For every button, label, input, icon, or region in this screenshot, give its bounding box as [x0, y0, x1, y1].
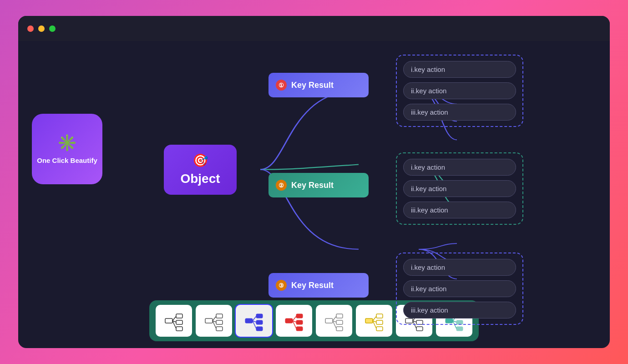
svg-line-11	[213, 316, 216, 321]
svg-rect-7	[205, 318, 213, 323]
svg-rect-1	[176, 314, 182, 318]
toolbar-layout-4-red[interactable]	[276, 305, 312, 337]
action-item[interactable]: i.key action	[403, 61, 516, 78]
kr3-label: Key Result	[291, 281, 334, 290]
action-item[interactable]: iii.key action	[403, 104, 516, 121]
toolbar-layout-6-yellow[interactable]	[356, 305, 392, 337]
logo-text: One Click Beautify	[37, 156, 97, 165]
svg-rect-8	[216, 314, 223, 318]
action-item[interactable]: iii.key action	[403, 302, 516, 318]
action-item[interactable]: ii.key action	[403, 280, 516, 297]
kr3-number: ③	[276, 280, 287, 291]
kr2-label: Key Result	[291, 181, 334, 190]
action-group-3: i.key action ii.key action iii.key actio…	[396, 253, 523, 325]
svg-rect-9	[216, 320, 223, 324]
action-item[interactable]: ii.key action	[403, 82, 516, 99]
svg-rect-17	[256, 327, 263, 331]
content-area: ✳️ One Click Beautify	[18, 41, 610, 348]
svg-rect-22	[296, 314, 303, 318]
svg-rect-28	[325, 318, 333, 323]
svg-line-25	[293, 316, 296, 321]
svg-rect-24	[296, 327, 303, 331]
object-label: Object	[180, 172, 220, 186]
toolbar-layout-5[interactable]	[316, 305, 352, 337]
action-item[interactable]: iii.key action	[403, 202, 516, 218]
svg-rect-31	[336, 327, 343, 331]
svg-rect-30	[336, 320, 343, 324]
svg-rect-16	[256, 320, 263, 324]
svg-rect-37	[376, 320, 383, 324]
minimize-dot[interactable]	[38, 25, 45, 32]
titlebar	[18, 16, 610, 41]
toolbar-layout-3-blue[interactable]	[236, 305, 272, 337]
svg-rect-36	[376, 314, 383, 318]
svg-rect-35	[365, 318, 373, 323]
svg-rect-14	[245, 318, 253, 323]
diagram-area: 🎯 Object ① Key Result ② Key Result ③ Key…	[118, 50, 610, 289]
action-item[interactable]: ii.key action	[403, 180, 516, 197]
svg-line-18	[253, 316, 256, 321]
svg-line-4	[172, 316, 176, 321]
key-result-node-1[interactable]: ① Key Result	[268, 73, 369, 97]
svg-rect-2	[176, 320, 182, 324]
svg-rect-38	[376, 327, 383, 331]
svg-rect-15	[256, 314, 263, 318]
kr2-number: ②	[276, 180, 287, 191]
action-group-1: i.key action ii.key action iii.key actio…	[396, 55, 523, 127]
svg-rect-45	[416, 327, 423, 331]
kr1-label: Key Result	[291, 81, 334, 90]
object-node[interactable]: 🎯 Object	[164, 145, 237, 195]
close-dot[interactable]	[27, 25, 34, 32]
maximize-dot[interactable]	[49, 25, 56, 32]
svg-rect-21	[285, 318, 293, 323]
svg-rect-52	[456, 327, 463, 331]
action-item[interactable]: i.key action	[403, 159, 516, 176]
svg-rect-23	[296, 320, 303, 324]
svg-rect-10	[216, 327, 223, 331]
logo-icon: ✳️	[57, 133, 77, 152]
svg-line-39	[373, 316, 376, 321]
main-window: ✳️ One Click Beautify	[18, 16, 610, 348]
kr1-number: ①	[276, 80, 287, 91]
svg-rect-3	[176, 327, 182, 331]
key-result-node-2[interactable]: ② Key Result	[268, 173, 369, 197]
logo-panel: ✳️ One Click Beautify	[32, 114, 102, 184]
svg-rect-29	[336, 314, 343, 318]
action-group-2: i.key action ii.key action iii.key actio…	[396, 152, 523, 225]
action-item[interactable]: i.key action	[403, 259, 516, 276]
svg-line-32	[333, 316, 336, 321]
target-icon: 🎯	[192, 153, 208, 168]
toolbar-layout-2[interactable]	[196, 305, 232, 337]
svg-rect-0	[165, 318, 172, 323]
toolbar-layout-1[interactable]	[156, 305, 192, 337]
key-result-node-3[interactable]: ③ Key Result	[268, 273, 369, 298]
